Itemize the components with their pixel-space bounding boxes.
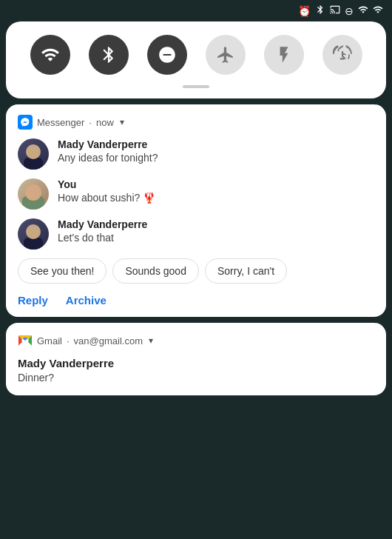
quick-settings-panel — [6, 21, 386, 98]
status-bar: ⏰ ⊖ — [0, 0, 392, 21]
message-content-2: You How about sushi? 🦞 — [58, 178, 374, 204]
quick-reply-sorry[interactable]: Sorry, I can't — [205, 258, 287, 284]
notifications-list: Messenger · now ▾ Mady Vanderperre Any i… — [6, 104, 386, 395]
cast-icon — [330, 4, 340, 17]
quick-settings-buttons — [21, 35, 371, 75]
drag-handle — [183, 85, 209, 88]
reply-button[interactable]: Reply — [18, 294, 48, 307]
dnd-status-icon: ⊖ — [345, 5, 354, 17]
msg-sender-1: Mady Vanderperre — [58, 138, 374, 150]
gmail-account: van@gmail.com — [74, 335, 143, 346]
wifi-toggle[interactable] — [30, 35, 70, 75]
flashlight-toggle[interactable] — [264, 35, 304, 75]
avatar-you — [18, 178, 49, 210]
gmail-notification: Gmail · van@gmail.com ▾ Mady Vanderperre… — [6, 323, 386, 395]
bluetooth-toggle[interactable] — [89, 35, 129, 75]
dnd-toggle[interactable] — [147, 35, 187, 75]
messenger-timestamp: now — [96, 117, 114, 128]
gmail-notif-header: Gmail · van@gmail.com ▾ — [18, 333, 374, 348]
wifi-icon — [358, 4, 368, 17]
messenger-notification: Messenger · now ▾ Mady Vanderperre Any i… — [6, 104, 386, 317]
quick-reply-see-you-then[interactable]: See you then! — [18, 258, 107, 284]
msg-text-2: How about sushi? 🦞 — [58, 192, 374, 204]
gmail-subject: Dinner? — [18, 372, 374, 384]
messenger-app-icon — [18, 115, 33, 130]
gmail-app-icon — [18, 333, 33, 348]
gmail-chevron-icon[interactable]: ▾ — [149, 335, 153, 346]
message-content-3: Mady Vanderperre Let's do that — [58, 218, 374, 244]
messenger-time: · — [89, 117, 92, 128]
signal-icon — [373, 4, 383, 17]
messenger-app-name: Messenger — [37, 117, 84, 128]
gmail-app-name: Gmail — [37, 335, 62, 346]
avatar-mady-1 — [18, 138, 49, 170]
quick-replies-container: See you then! Sounds good Sorry, I can't — [18, 258, 374, 284]
rotate-toggle[interactable] — [322, 35, 362, 75]
msg-sender-3: Mady Vanderperre — [58, 218, 374, 230]
gmail-sender: Mady Vanderperre — [18, 357, 374, 369]
airplane-toggle[interactable] — [206, 35, 246, 75]
msg-sender-2: You — [58, 178, 374, 190]
archive-button[interactable]: Archive — [66, 294, 107, 307]
messenger-chevron-icon[interactable]: ▾ — [120, 117, 124, 127]
avatar-mady-2 — [18, 218, 49, 250]
bluetooth-status-icon — [315, 4, 325, 17]
messenger-notif-header: Messenger · now ▾ — [18, 115, 374, 130]
messenger-actions: Reply Archive — [18, 294, 374, 307]
msg-text-1: Any ideas for tonight? — [58, 152, 374, 164]
quick-reply-sounds-good[interactable]: Sounds good — [112, 258, 199, 284]
message-row-2: You How about sushi? 🦞 — [18, 178, 374, 210]
clock-icon: ⏰ — [298, 5, 311, 17]
gmail-separator: · — [67, 335, 70, 346]
message-content-1: Mady Vanderperre Any ideas for tonight? — [58, 138, 374, 164]
message-row-1: Mady Vanderperre Any ideas for tonight? — [18, 138, 374, 170]
msg-text-3: Let's do that — [58, 232, 374, 244]
message-row-3: Mady Vanderperre Let's do that — [18, 218, 374, 250]
